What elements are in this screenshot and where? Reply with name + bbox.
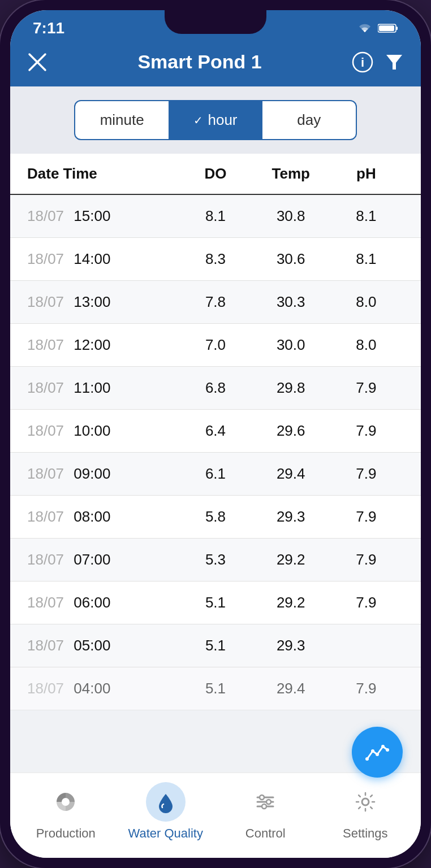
cell-do: 5.1 [178, 637, 253, 654]
chart-fab-button[interactable] [352, 727, 403, 772]
water-quality-icon [153, 789, 178, 814]
cell-datetime: 18/07 13:00 [27, 293, 178, 311]
col-header-datetime: Date Time [27, 165, 178, 183]
svg-point-11 [381, 745, 385, 748]
close-icon [27, 52, 48, 72]
nav-label-settings: Settings [343, 826, 388, 841]
table-row: 18/07 12:00 7.0 30.0 8.0 [10, 324, 421, 367]
cell-datetime: 18/07 15:00 [27, 207, 178, 225]
cell-temp: 29.2 [253, 594, 329, 611]
table-row: 18/07 04:00 5.1 29.4 7.9 [10, 667, 421, 710]
cell-do: 5.1 [178, 594, 253, 611]
cell-temp: 29.3 [253, 508, 329, 526]
table-row: 18/07 15:00 8.1 30.8 8.1 [10, 195, 421, 238]
cell-temp: 29.4 [253, 680, 329, 697]
cell-temp: 29.3 [253, 637, 329, 654]
cell-datetime: 18/07 14:00 [27, 250, 178, 268]
filter-icon [385, 53, 404, 72]
cell-temp: 30.6 [253, 250, 329, 268]
cell-do: 6.8 [178, 379, 253, 397]
control-icon [253, 789, 278, 814]
svg-text:i: i [361, 55, 364, 70]
cell-do: 7.8 [178, 293, 253, 311]
table-row: 18/07 05:00 5.1 29.3 [10, 624, 421, 667]
cell-do: 7.0 [178, 336, 253, 354]
cell-do: 5.3 [178, 551, 253, 568]
svg-point-10 [376, 753, 379, 756]
nav-item-waterquality[interactable]: Water Quality [116, 782, 216, 841]
filter-button[interactable] [385, 53, 404, 72]
cell-ph: 8.0 [329, 293, 404, 311]
svg-point-9 [371, 749, 374, 753]
svg-point-17 [260, 795, 264, 800]
table-row: 18/07 10:00 6.4 29.6 7.9 [10, 410, 421, 453]
cell-ph: 7.9 [329, 594, 404, 611]
cell-temp: 30.8 [253, 207, 329, 225]
app-header: Smart Pond 1 i [10, 42, 421, 86]
table-row: 18/07 06:00 5.1 29.2 7.9 [10, 581, 421, 624]
svg-rect-2 [379, 25, 394, 31]
nav-item-production[interactable]: Production [16, 782, 116, 841]
cell-do: 5.8 [178, 508, 253, 526]
cell-ph: 8.0 [329, 336, 404, 354]
table-row: 18/07 09:00 6.1 29.4 7.9 [10, 453, 421, 496]
segment-control: minute ✓ hour day [74, 100, 357, 140]
cell-do: 8.1 [178, 207, 253, 225]
nav-label-production: Production [36, 826, 96, 841]
wifi-icon [356, 22, 373, 34]
cell-ph: 7.9 [329, 465, 404, 483]
svg-point-13 [62, 798, 70, 806]
cell-do: 8.3 [178, 250, 253, 268]
nav-label-waterquality: Water Quality [128, 826, 203, 841]
cell-temp: 29.6 [253, 422, 329, 440]
cell-ph: 8.1 [329, 250, 404, 268]
page-title: Smart Pond 1 [137, 51, 261, 73]
phone-frame: 7:11 [0, 0, 431, 868]
cell-datetime: 18/07 10:00 [27, 422, 178, 440]
nav-label-control: Control [245, 826, 286, 841]
table-header: Date Time DO Temp pH [10, 154, 421, 195]
phone-screen: 7:11 [10, 10, 421, 858]
production-icon [53, 789, 78, 814]
nav-item-control[interactable]: Control [215, 782, 316, 841]
settings-icon [353, 789, 378, 814]
info-icon: i [352, 51, 373, 73]
table-row: 18/07 14:00 8.3 30.6 8.1 [10, 238, 421, 281]
cell-ph: 8.1 [329, 207, 404, 225]
col-header-ph: pH [329, 165, 404, 183]
nav-item-settings[interactable]: Settings [316, 782, 416, 841]
chart-icon [365, 740, 390, 765]
col-header-do: DO [178, 165, 253, 183]
svg-point-12 [386, 748, 389, 752]
segment-minute[interactable]: minute [75, 101, 169, 139]
cell-ph [329, 637, 404, 654]
data-table: Date Time DO Temp pH 18/07 15:00 8.1 30.… [10, 154, 421, 772]
segment-container: minute ✓ hour day [10, 86, 421, 154]
cell-ph: 7.9 [329, 379, 404, 397]
col-header-temp: Temp [253, 165, 329, 183]
cell-do: 5.1 [178, 680, 253, 697]
info-button[interactable]: i [352, 51, 373, 73]
cell-do: 6.4 [178, 422, 253, 440]
table-row: 18/07 07:00 5.3 29.2 7.9 [10, 539, 421, 581]
segment-day[interactable]: day [262, 101, 356, 139]
cell-temp: 30.0 [253, 336, 329, 354]
cell-datetime: 18/07 07:00 [27, 551, 178, 568]
cell-do: 6.1 [178, 465, 253, 483]
cell-datetime: 18/07 06:00 [27, 594, 178, 611]
svg-point-19 [262, 804, 266, 809]
cell-ph: 7.9 [329, 422, 404, 440]
cell-datetime: 18/07 12:00 [27, 336, 178, 354]
bottom-nav: Production Water Quality [10, 772, 421, 858]
settings-icon-wrap [346, 782, 385, 822]
segment-hour[interactable]: ✓ hour [169, 101, 262, 139]
svg-point-18 [266, 800, 271, 804]
waterquality-icon-wrap [146, 782, 186, 822]
cell-temp: 29.4 [253, 465, 329, 483]
production-icon-wrap [46, 782, 85, 822]
svg-point-20 [362, 798, 369, 805]
close-button[interactable] [27, 52, 48, 72]
cell-ph: 7.9 [329, 680, 404, 697]
table-row: 18/07 11:00 6.8 29.8 7.9 [10, 367, 421, 410]
table-row: 18/07 13:00 7.8 30.3 8.0 [10, 281, 421, 324]
